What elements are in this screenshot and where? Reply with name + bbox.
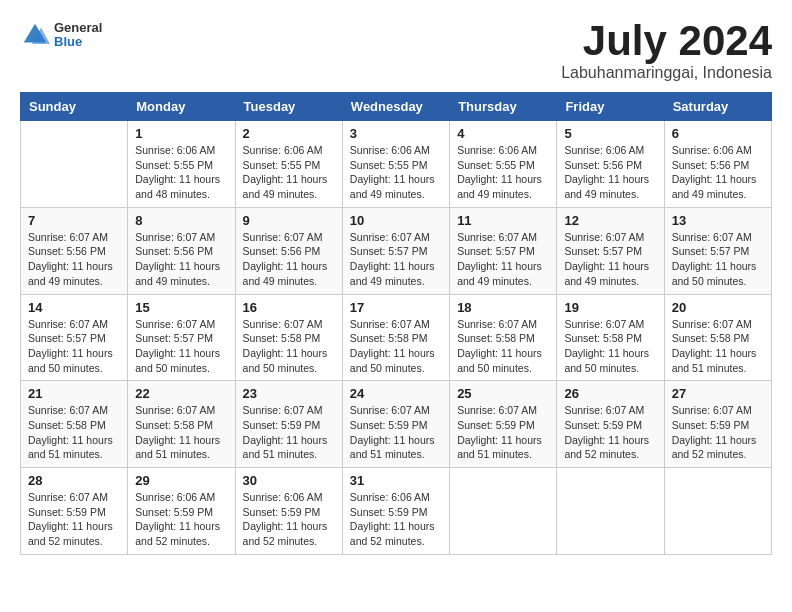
day-cell: 10Sunrise: 6:07 AM Sunset: 5:57 PM Dayli… [342, 207, 449, 294]
logo-text: General Blue [54, 21, 102, 50]
day-cell: 26Sunrise: 6:07 AM Sunset: 5:59 PM Dayli… [557, 381, 664, 468]
day-cell [557, 468, 664, 555]
day-number: 11 [457, 213, 549, 228]
day-info: Sunrise: 6:07 AM Sunset: 5:58 PM Dayligh… [564, 317, 656, 376]
logo-icon [20, 20, 50, 50]
day-info: Sunrise: 6:07 AM Sunset: 5:57 PM Dayligh… [672, 230, 764, 289]
day-number: 16 [243, 300, 335, 315]
day-info: Sunrise: 6:06 AM Sunset: 5:56 PM Dayligh… [672, 143, 764, 202]
day-number: 27 [672, 386, 764, 401]
day-number: 26 [564, 386, 656, 401]
day-info: Sunrise: 6:07 AM Sunset: 5:58 PM Dayligh… [28, 403, 120, 462]
day-cell: 13Sunrise: 6:07 AM Sunset: 5:57 PM Dayli… [664, 207, 771, 294]
header-row: Sunday Monday Tuesday Wednesday Thursday… [21, 93, 772, 121]
day-cell: 27Sunrise: 6:07 AM Sunset: 5:59 PM Dayli… [664, 381, 771, 468]
day-number: 14 [28, 300, 120, 315]
day-cell [450, 468, 557, 555]
day-number: 1 [135, 126, 227, 141]
month-title: July 2024 [561, 20, 772, 62]
day-cell: 19Sunrise: 6:07 AM Sunset: 5:58 PM Dayli… [557, 294, 664, 381]
day-cell: 2Sunrise: 6:06 AM Sunset: 5:55 PM Daylig… [235, 121, 342, 208]
day-cell: 25Sunrise: 6:07 AM Sunset: 5:59 PM Dayli… [450, 381, 557, 468]
day-cell: 3Sunrise: 6:06 AM Sunset: 5:55 PM Daylig… [342, 121, 449, 208]
header: General Blue July 2024 Labuhanmaringgai,… [20, 20, 772, 82]
day-cell: 5Sunrise: 6:06 AM Sunset: 5:56 PM Daylig… [557, 121, 664, 208]
day-number: 13 [672, 213, 764, 228]
day-info: Sunrise: 6:07 AM Sunset: 5:56 PM Dayligh… [28, 230, 120, 289]
day-cell: 30Sunrise: 6:06 AM Sunset: 5:59 PM Dayli… [235, 468, 342, 555]
day-number: 4 [457, 126, 549, 141]
day-number: 22 [135, 386, 227, 401]
page-container: General Blue July 2024 Labuhanmaringgai,… [20, 20, 772, 555]
day-info: Sunrise: 6:06 AM Sunset: 5:59 PM Dayligh… [243, 490, 335, 549]
week-row-3: 14Sunrise: 6:07 AM Sunset: 5:57 PM Dayli… [21, 294, 772, 381]
day-cell: 18Sunrise: 6:07 AM Sunset: 5:58 PM Dayli… [450, 294, 557, 381]
day-info: Sunrise: 6:06 AM Sunset: 5:59 PM Dayligh… [135, 490, 227, 549]
week-row-5: 28Sunrise: 6:07 AM Sunset: 5:59 PM Dayli… [21, 468, 772, 555]
day-info: Sunrise: 6:07 AM Sunset: 5:58 PM Dayligh… [457, 317, 549, 376]
calendar-table: Sunday Monday Tuesday Wednesday Thursday… [20, 92, 772, 555]
day-info: Sunrise: 6:07 AM Sunset: 5:58 PM Dayligh… [672, 317, 764, 376]
day-cell: 4Sunrise: 6:06 AM Sunset: 5:55 PM Daylig… [450, 121, 557, 208]
day-number: 3 [350, 126, 442, 141]
day-number: 10 [350, 213, 442, 228]
day-cell: 14Sunrise: 6:07 AM Sunset: 5:57 PM Dayli… [21, 294, 128, 381]
day-cell: 22Sunrise: 6:07 AM Sunset: 5:58 PM Dayli… [128, 381, 235, 468]
day-cell: 11Sunrise: 6:07 AM Sunset: 5:57 PM Dayli… [450, 207, 557, 294]
day-info: Sunrise: 6:06 AM Sunset: 5:55 PM Dayligh… [457, 143, 549, 202]
day-cell: 8Sunrise: 6:07 AM Sunset: 5:56 PM Daylig… [128, 207, 235, 294]
day-info: Sunrise: 6:07 AM Sunset: 5:59 PM Dayligh… [672, 403, 764, 462]
day-number: 30 [243, 473, 335, 488]
day-info: Sunrise: 6:07 AM Sunset: 5:58 PM Dayligh… [135, 403, 227, 462]
col-sunday: Sunday [21, 93, 128, 121]
col-friday: Friday [557, 93, 664, 121]
day-info: Sunrise: 6:07 AM Sunset: 5:56 PM Dayligh… [135, 230, 227, 289]
week-row-1: 1Sunrise: 6:06 AM Sunset: 5:55 PM Daylig… [21, 121, 772, 208]
day-info: Sunrise: 6:07 AM Sunset: 5:57 PM Dayligh… [564, 230, 656, 289]
day-number: 17 [350, 300, 442, 315]
day-number: 23 [243, 386, 335, 401]
day-number: 31 [350, 473, 442, 488]
day-info: Sunrise: 6:07 AM Sunset: 5:59 PM Dayligh… [457, 403, 549, 462]
day-number: 18 [457, 300, 549, 315]
day-number: 2 [243, 126, 335, 141]
day-cell: 1Sunrise: 6:06 AM Sunset: 5:55 PM Daylig… [128, 121, 235, 208]
day-cell: 28Sunrise: 6:07 AM Sunset: 5:59 PM Dayli… [21, 468, 128, 555]
day-cell: 24Sunrise: 6:07 AM Sunset: 5:59 PM Dayli… [342, 381, 449, 468]
day-number: 9 [243, 213, 335, 228]
day-number: 6 [672, 126, 764, 141]
title-section: July 2024 Labuhanmaringgai, Indonesia [561, 20, 772, 82]
day-number: 5 [564, 126, 656, 141]
day-info: Sunrise: 6:07 AM Sunset: 5:58 PM Dayligh… [350, 317, 442, 376]
day-number: 12 [564, 213, 656, 228]
day-number: 25 [457, 386, 549, 401]
day-number: 8 [135, 213, 227, 228]
day-number: 24 [350, 386, 442, 401]
day-info: Sunrise: 6:07 AM Sunset: 5:57 PM Dayligh… [350, 230, 442, 289]
week-row-2: 7Sunrise: 6:07 AM Sunset: 5:56 PM Daylig… [21, 207, 772, 294]
day-cell: 17Sunrise: 6:07 AM Sunset: 5:58 PM Dayli… [342, 294, 449, 381]
day-info: Sunrise: 6:07 AM Sunset: 5:58 PM Dayligh… [243, 317, 335, 376]
logo: General Blue [20, 20, 102, 50]
day-info: Sunrise: 6:06 AM Sunset: 5:56 PM Dayligh… [564, 143, 656, 202]
day-info: Sunrise: 6:07 AM Sunset: 5:56 PM Dayligh… [243, 230, 335, 289]
day-number: 7 [28, 213, 120, 228]
day-number: 20 [672, 300, 764, 315]
col-tuesday: Tuesday [235, 93, 342, 121]
col-monday: Monday [128, 93, 235, 121]
day-info: Sunrise: 6:07 AM Sunset: 5:59 PM Dayligh… [243, 403, 335, 462]
day-number: 29 [135, 473, 227, 488]
day-info: Sunrise: 6:07 AM Sunset: 5:59 PM Dayligh… [350, 403, 442, 462]
day-number: 19 [564, 300, 656, 315]
day-number: 15 [135, 300, 227, 315]
day-cell: 6Sunrise: 6:06 AM Sunset: 5:56 PM Daylig… [664, 121, 771, 208]
logo-general: General [54, 21, 102, 35]
day-info: Sunrise: 6:07 AM Sunset: 5:59 PM Dayligh… [564, 403, 656, 462]
day-info: Sunrise: 6:07 AM Sunset: 5:57 PM Dayligh… [135, 317, 227, 376]
day-cell: 21Sunrise: 6:07 AM Sunset: 5:58 PM Dayli… [21, 381, 128, 468]
day-cell: 29Sunrise: 6:06 AM Sunset: 5:59 PM Dayli… [128, 468, 235, 555]
location-subtitle: Labuhanmaringgai, Indonesia [561, 64, 772, 82]
day-cell: 7Sunrise: 6:07 AM Sunset: 5:56 PM Daylig… [21, 207, 128, 294]
day-info: Sunrise: 6:07 AM Sunset: 5:59 PM Dayligh… [28, 490, 120, 549]
day-info: Sunrise: 6:06 AM Sunset: 5:55 PM Dayligh… [243, 143, 335, 202]
